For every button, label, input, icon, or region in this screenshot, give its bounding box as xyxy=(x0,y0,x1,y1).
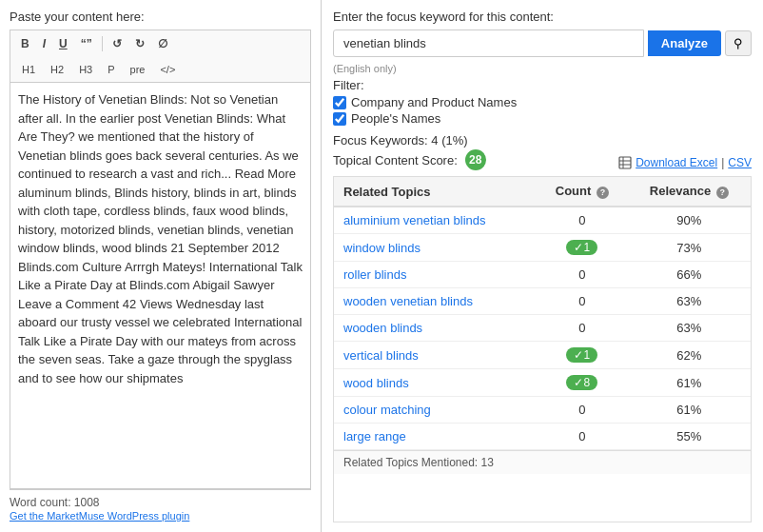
count-info-icon[interactable]: ? xyxy=(597,187,609,199)
italic-button[interactable]: I xyxy=(37,34,51,53)
topic-link[interactable]: roller blinds xyxy=(343,267,406,282)
clear-button[interactable]: ∅ xyxy=(152,34,173,53)
keyword-label: Enter the focus keyword for this content… xyxy=(333,10,752,24)
table-row: vertical blinds✓162% xyxy=(334,342,751,369)
count-cell: 0 xyxy=(537,397,628,424)
relevance-cell: 90% xyxy=(628,207,751,234)
count-cell: 0 xyxy=(537,207,628,234)
redo-button[interactable]: ↻ xyxy=(129,34,150,53)
relevance-cell: 63% xyxy=(628,288,751,315)
table-footer: Related Topics Mentioned: 13 xyxy=(334,450,751,474)
related-topics-table: Related Topics Count ? Relevance ? alumi… xyxy=(333,176,752,522)
pipe-separator: | xyxy=(721,156,724,169)
relevance-cell: 61% xyxy=(628,397,751,424)
toolbar-divider xyxy=(102,36,103,51)
word-count: Word count: 1008 xyxy=(10,496,100,509)
topic-cell: vertical blinds xyxy=(334,342,537,369)
h1-button[interactable]: H1 xyxy=(15,61,42,78)
pre-button[interactable]: pre xyxy=(124,61,152,78)
filter-people-row: People's Names xyxy=(333,111,752,126)
code-button[interactable]: </> xyxy=(153,61,182,78)
undo-button[interactable]: ↺ xyxy=(107,34,127,53)
table-row: large range055% xyxy=(334,424,751,450)
count-cell: 0 xyxy=(537,424,628,450)
dropdown-button[interactable]: ⚲ xyxy=(725,30,752,56)
count-cell: ✓1 xyxy=(537,234,628,262)
topical-score-label: Topical Content Score: xyxy=(333,153,458,167)
right-panel: Enter the focus keyword for this content… xyxy=(322,0,763,532)
table-row: colour matching061% xyxy=(334,397,751,424)
focus-keywords: Focus Keywords: 4 (1%) xyxy=(333,133,752,148)
topical-score: Topical Content Score: 28 xyxy=(333,149,486,170)
table-row: wood blinds✓861% xyxy=(334,369,751,397)
count-cell: 0 xyxy=(537,315,628,342)
col-relevance: Relevance ? xyxy=(628,177,751,207)
filter-company-row: Company and Product Names xyxy=(333,95,752,109)
topic-link[interactable]: wood blinds xyxy=(343,376,409,390)
topic-cell: wooden blinds xyxy=(334,315,537,342)
p-button[interactable]: P xyxy=(101,61,121,78)
filter-label: Filter: xyxy=(333,78,752,92)
content-text: The History of Venetian Blinds: Not so V… xyxy=(18,92,303,385)
topic-link[interactable]: colour matching xyxy=(343,403,431,417)
topic-link[interactable]: aluminium venetian blinds xyxy=(343,213,486,227)
table-icon xyxy=(618,156,632,169)
table-row: window blinds✓173% xyxy=(334,234,751,262)
quote-button[interactable]: “” xyxy=(75,34,98,53)
table-row: wooden venetian blinds063% xyxy=(334,288,751,315)
keyword-row: Analyze ⚲ xyxy=(333,30,752,57)
h3-button[interactable]: H3 xyxy=(72,61,99,78)
topic-link[interactable]: wooden blinds xyxy=(343,321,422,335)
table-row: aluminium venetian blinds090% xyxy=(334,207,751,234)
score-badge: 28 xyxy=(465,149,486,170)
keyword-input[interactable] xyxy=(333,30,644,57)
topic-cell: wood blinds xyxy=(334,369,537,397)
relevance-cell: 61% xyxy=(628,369,751,397)
col-count: Count ? xyxy=(537,177,628,207)
table-row: roller blinds066% xyxy=(334,262,751,288)
relevance-cell: 73% xyxy=(628,234,751,262)
svg-rect-0 xyxy=(619,157,631,168)
topic-link[interactable]: vertical blinds xyxy=(343,348,419,363)
topic-cell: window blinds xyxy=(334,234,537,262)
topic-link[interactable]: large range xyxy=(343,429,406,443)
table-header-row: Related Topics Count ? Relevance ? xyxy=(334,177,751,207)
company-names-label: Company and Product Names xyxy=(351,95,517,109)
topical-score-row: Topical Content Score: 28 Download Excel… xyxy=(333,149,752,176)
left-panel: Paste your content here: B I U “” ↺ ↻ ∅ … xyxy=(0,0,322,532)
count-cell: ✓8 xyxy=(537,369,628,397)
count-cell: ✓1 xyxy=(537,342,628,369)
topic-link[interactable]: window blinds xyxy=(343,241,421,255)
content-editor[interactable]: The History of Venetian Blinds: Not so V… xyxy=(10,82,311,489)
download-row: Download Excel | CSV xyxy=(618,156,752,169)
relevance-cell: 63% xyxy=(628,315,751,342)
toolbar-row2: H1 H2 H3 P pre </> xyxy=(10,57,311,82)
col-topic: Related Topics xyxy=(334,177,537,207)
underline-button[interactable]: U xyxy=(53,34,73,53)
bold-button[interactable]: B xyxy=(15,34,35,53)
relevance-cell: 66% xyxy=(628,262,751,288)
peoples-names-checkbox[interactable] xyxy=(333,112,346,126)
count-cell: 0 xyxy=(537,262,628,288)
topic-cell: aluminium venetian blinds xyxy=(334,207,537,234)
topic-link[interactable]: wooden venetian blinds xyxy=(343,294,473,308)
peoples-names-label: People's Names xyxy=(351,111,440,126)
plugin-link[interactable]: Get the MarketMuse WordPress plugin xyxy=(10,510,189,522)
download-excel-link[interactable]: Download Excel xyxy=(636,156,717,169)
analyze-button[interactable]: Analyze xyxy=(648,30,721,56)
relevance-cell: 62% xyxy=(628,342,751,369)
company-names-checkbox[interactable] xyxy=(333,96,346,109)
h2-button[interactable]: H2 xyxy=(44,61,70,78)
topic-cell: roller blinds xyxy=(334,262,537,288)
relevance-info-icon[interactable]: ? xyxy=(716,187,729,199)
relevance-cell: 55% xyxy=(628,424,751,450)
download-csv-link[interactable]: CSV xyxy=(728,156,752,169)
english-only: (English only) xyxy=(333,63,752,74)
topic-cell: colour matching xyxy=(334,397,537,424)
table-row: wooden blinds063% xyxy=(334,315,751,342)
count-cell: 0 xyxy=(537,288,628,315)
topic-cell: large range xyxy=(334,424,537,450)
toolbar-row1: B I U “” ↺ ↻ ∅ xyxy=(10,30,311,57)
paste-label: Paste your content here: xyxy=(10,10,311,24)
word-count-bar: Word count: 1008 Get the MarketMuse Word… xyxy=(10,489,311,522)
